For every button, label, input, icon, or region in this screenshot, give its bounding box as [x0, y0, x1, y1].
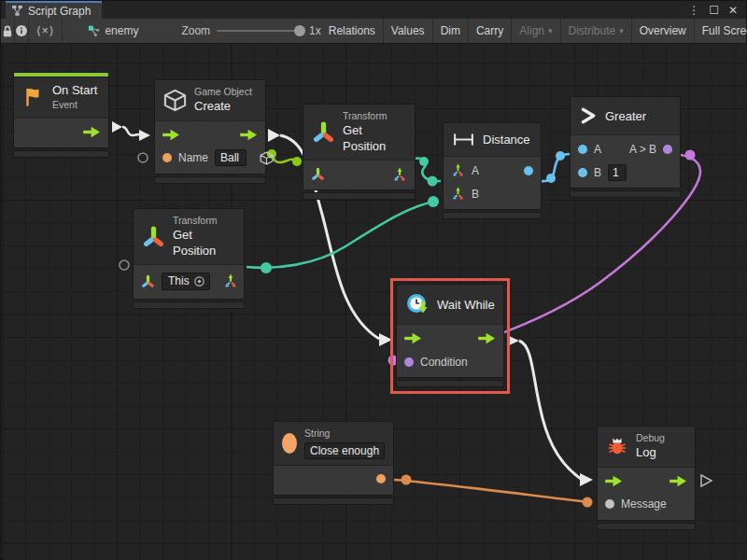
port-label: Name	[178, 151, 208, 164]
node-gameobject-create[interactable]: Game Object Create Name	[154, 79, 266, 184]
port-label: A	[472, 164, 479, 177]
values-button[interactable]: Values	[384, 19, 433, 43]
wire-waitwhile-to-log[interactable]	[507, 335, 593, 486]
info-icon	[15, 24, 28, 37]
zoom-label: Zoom	[181, 24, 210, 37]
code-preview-button[interactable]: ⟨×⟩	[29, 19, 63, 43]
flow-in-port[interactable]	[605, 475, 623, 487]
chevron-down-icon: ▾	[548, 26, 553, 35]
object-picker-icon[interactable]	[193, 275, 205, 287]
node-distance[interactable]: Distance A B	[443, 122, 542, 219]
carry-button[interactable]: Carry	[469, 19, 512, 43]
name-port[interactable]	[162, 153, 172, 162]
zoom-slider-handle[interactable]	[294, 25, 305, 36]
info-button[interactable]	[15, 19, 29, 43]
wait-clock-icon	[405, 292, 430, 316]
vector3-a-port[interactable]	[451, 163, 465, 177]
node-footer	[133, 301, 245, 309]
flow-out-port[interactable]	[669, 475, 687, 487]
string-out-port[interactable]	[376, 474, 386, 483]
target-field[interactable]: This	[162, 273, 210, 290]
greater-icon	[579, 106, 598, 125]
lock-button[interactable]	[1, 19, 15, 43]
node-category: Debug	[636, 432, 665, 445]
unconnected-port-hint[interactable]	[120, 260, 129, 270]
flow-out-port[interactable]	[478, 332, 496, 344]
tab-title: Script Graph	[28, 5, 91, 18]
string-input[interactable]	[304, 442, 385, 459]
node-footer	[13, 150, 109, 158]
wire-getposition-to-distance-a[interactable]	[414, 157, 441, 187]
node-footer	[396, 380, 504, 387]
node-footer	[443, 212, 542, 219]
result-out-port[interactable]	[663, 145, 672, 154]
vector3-b-port[interactable]	[451, 187, 465, 201]
cube-icon	[163, 89, 187, 112]
relations-button[interactable]: Relations	[321, 19, 384, 43]
message-in-port[interactable]	[605, 499, 614, 509]
gameobject-out-port[interactable]	[260, 151, 274, 165]
port-label: Message	[621, 497, 667, 511]
b-in-port[interactable]	[578, 168, 587, 177]
node-get-position-ball[interactable]: Transform Get Position	[303, 104, 416, 200]
node-on-start-event[interactable]: On Start Event	[13, 72, 109, 158]
node-title: Greater	[605, 109, 646, 123]
full-screen-button[interactable]: Full Screen	[695, 19, 747, 43]
graph-breadcrumb[interactable]: enemy	[78, 19, 148, 43]
b-value-input[interactable]	[608, 164, 627, 181]
zoom-slider[interactable]	[217, 30, 303, 32]
overview-button[interactable]: Overview	[632, 19, 695, 43]
node-wait-while[interactable]: Wait While Condition	[396, 284, 504, 387]
node-greater[interactable]: Greater A A > B B	[570, 96, 681, 198]
zoom-value: 1x	[309, 24, 321, 37]
flow-in-port[interactable]	[162, 129, 180, 141]
vector3-out-port[interactable]	[392, 167, 407, 182]
node-title: Log	[636, 445, 665, 461]
unconnected-flow-hint[interactable]	[701, 475, 712, 486]
transform-in-port[interactable]	[311, 167, 325, 181]
flow-out-port[interactable]	[83, 126, 101, 138]
close-icon[interactable]: ✕	[728, 4, 738, 17]
node-category: Game Object	[194, 86, 252, 99]
node-footer	[570, 190, 681, 198]
node-title: Distance	[483, 133, 530, 147]
flag-icon	[22, 86, 45, 108]
node-string-literal[interactable]: String	[273, 421, 394, 505]
node-debug-log[interactable]: Debug Log Message	[597, 426, 696, 530]
node-category: Transform	[173, 215, 235, 228]
wire-getposition-to-distance-b[interactable]	[247, 196, 439, 273]
distance-out-port[interactable]	[524, 166, 533, 175]
flow-in-port[interactable]	[404, 332, 422, 344]
tab-bar: Script Graph ⋮ ☐ ✕	[1, 1, 746, 19]
transform-icon	[312, 120, 335, 144]
a-in-port[interactable]	[578, 145, 587, 154]
wire-string-to-message[interactable]	[394, 475, 593, 508]
zoom-control: Zoom 1x	[181, 19, 320, 43]
node-category: Transform	[343, 110, 406, 123]
condition-in-port[interactable]	[404, 357, 414, 367]
target-value: This	[168, 274, 190, 287]
flow-out-port[interactable]	[240, 129, 258, 141]
name-input[interactable]	[215, 149, 247, 166]
vector3-out-port[interactable]	[223, 273, 238, 288]
node-title: String	[304, 427, 385, 441]
transform-icon	[142, 225, 165, 248]
menu-icon[interactable]: ⋮	[688, 4, 699, 17]
dim-button[interactable]: Dim	[433, 19, 469, 43]
node-get-position-this[interactable]: Transform Get Position This	[133, 208, 245, 309]
maximize-icon[interactable]: ☐	[709, 4, 719, 17]
graph-canvas[interactable]: On Start Event Game Ob	[2, 45, 747, 560]
node-title: On Start	[52, 83, 97, 99]
transform-in-port[interactable]	[141, 274, 155, 288]
wire-onstart-to-create[interactable]	[112, 121, 150, 141]
node-subtitle: Event	[52, 99, 97, 112]
node-footer	[303, 192, 416, 200]
lock-icon	[1, 24, 14, 38]
unconnected-port-hint[interactable]	[138, 153, 148, 162]
bug-icon	[606, 435, 628, 457]
align-button[interactable]: Align ▾	[512, 19, 560, 43]
distribute-button[interactable]: Distribute ▾	[561, 19, 632, 43]
port-label: B	[594, 166, 601, 179]
tab-script-graph[interactable]: Script Graph	[6, 1, 102, 19]
graph-toolbar: ⟨×⟩ enemy Zoom 1x Relations Values Dim C…	[1, 19, 746, 44]
